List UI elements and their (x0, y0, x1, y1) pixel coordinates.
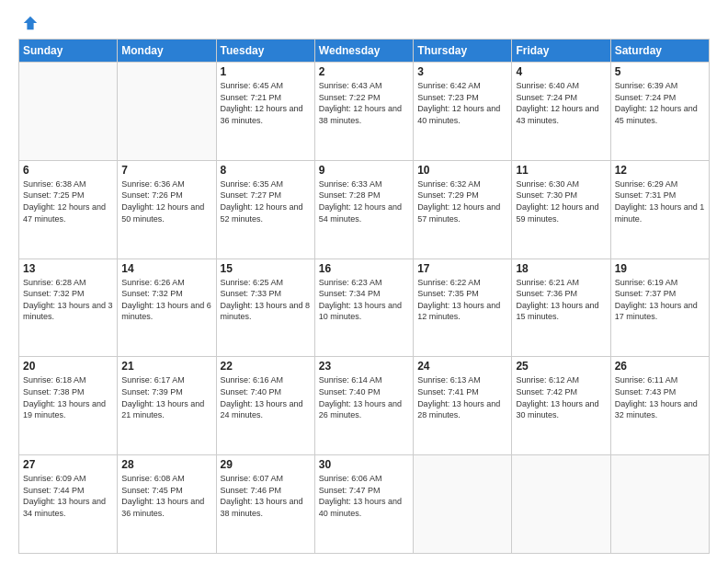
day-number: 4 (516, 65, 606, 78)
day-info: Sunrise: 6:23 AM Sunset: 7:34 PM Dayligh… (319, 277, 409, 323)
day-info: Sunrise: 6:40 AM Sunset: 7:24 PM Dayligh… (516, 80, 606, 126)
day-number: 27 (23, 458, 113, 471)
table-row: 30Sunrise: 6:06 AM Sunset: 7:47 PM Dayli… (314, 455, 413, 554)
calendar-week-row: 27Sunrise: 6:09 AM Sunset: 7:44 PM Dayli… (19, 455, 710, 554)
day-info: Sunrise: 6:11 AM Sunset: 7:43 PM Dayligh… (615, 374, 705, 420)
table-row (19, 63, 118, 161)
table-row: 20Sunrise: 6:18 AM Sunset: 7:38 PM Dayli… (19, 357, 118, 455)
page: Sunday Monday Tuesday Wednesday Thursday… (0, 0, 728, 563)
col-tuesday: Tuesday (216, 40, 314, 63)
table-row: 12Sunrise: 6:29 AM Sunset: 7:31 PM Dayli… (610, 160, 709, 259)
table-row: 23Sunrise: 6:14 AM Sunset: 7:40 PM Dayli… (314, 357, 413, 455)
day-number: 14 (121, 262, 211, 275)
calendar-week-row: 20Sunrise: 6:18 AM Sunset: 7:38 PM Dayli… (19, 357, 710, 455)
day-number: 21 (121, 360, 211, 373)
table-row: 9Sunrise: 6:33 AM Sunset: 7:28 PM Daylig… (314, 160, 413, 259)
day-info: Sunrise: 6:06 AM Sunset: 7:47 PM Dayligh… (319, 473, 409, 519)
day-info: Sunrise: 6:32 AM Sunset: 7:29 PM Dayligh… (417, 178, 507, 224)
day-info: Sunrise: 6:21 AM Sunset: 7:36 PM Dayligh… (516, 277, 606, 323)
table-row: 24Sunrise: 6:13 AM Sunset: 7:41 PM Dayli… (414, 357, 512, 455)
table-row: 3Sunrise: 6:42 AM Sunset: 7:23 PM Daylig… (414, 63, 512, 161)
day-number: 11 (516, 164, 606, 177)
svg-marker-0 (24, 17, 37, 29)
day-number: 5 (615, 65, 705, 78)
table-row: 13Sunrise: 6:28 AM Sunset: 7:32 PM Dayli… (19, 259, 118, 357)
table-row: 27Sunrise: 6:09 AM Sunset: 7:44 PM Dayli… (19, 455, 118, 554)
calendar-table: Sunday Monday Tuesday Wednesday Thursday… (18, 39, 710, 554)
table-row: 28Sunrise: 6:08 AM Sunset: 7:45 PM Dayli… (118, 455, 216, 554)
table-row: 26Sunrise: 6:11 AM Sunset: 7:43 PM Dayli… (610, 357, 709, 455)
table-row: 2Sunrise: 6:43 AM Sunset: 7:22 PM Daylig… (314, 63, 413, 161)
day-number: 10 (417, 164, 507, 177)
day-info: Sunrise: 6:29 AM Sunset: 7:31 PM Dayligh… (615, 178, 705, 224)
table-row: 1Sunrise: 6:45 AM Sunset: 7:21 PM Daylig… (216, 63, 314, 161)
table-row: 7Sunrise: 6:36 AM Sunset: 7:26 PM Daylig… (118, 160, 216, 259)
table-row: 15Sunrise: 6:25 AM Sunset: 7:33 PM Dayli… (216, 259, 314, 357)
col-friday: Friday (512, 40, 610, 63)
table-row: 4Sunrise: 6:40 AM Sunset: 7:24 PM Daylig… (512, 63, 610, 161)
table-row (512, 455, 610, 554)
table-row: 25Sunrise: 6:12 AM Sunset: 7:42 PM Dayli… (512, 357, 610, 455)
day-info: Sunrise: 6:12 AM Sunset: 7:42 PM Dayligh… (516, 374, 606, 420)
day-info: Sunrise: 6:22 AM Sunset: 7:35 PM Dayligh… (417, 277, 507, 323)
table-row: 10Sunrise: 6:32 AM Sunset: 7:29 PM Dayli… (414, 160, 512, 259)
col-monday: Monday (118, 40, 216, 63)
day-number: 29 (221, 458, 311, 471)
day-info: Sunrise: 6:35 AM Sunset: 7:27 PM Dayligh… (221, 178, 311, 224)
logo-icon (22, 15, 39, 31)
table-row: 29Sunrise: 6:07 AM Sunset: 7:46 PM Dayli… (216, 455, 314, 554)
day-info: Sunrise: 6:26 AM Sunset: 7:32 PM Dayligh… (121, 277, 211, 323)
day-info: Sunrise: 6:08 AM Sunset: 7:45 PM Dayligh… (121, 473, 211, 519)
calendar-week-row: 1Sunrise: 6:45 AM Sunset: 7:21 PM Daylig… (19, 63, 710, 161)
day-number: 19 (615, 262, 705, 275)
col-thursday: Thursday (414, 40, 512, 63)
day-number: 30 (319, 458, 409, 471)
table-row: 6Sunrise: 6:38 AM Sunset: 7:25 PM Daylig… (19, 160, 118, 259)
day-number: 2 (319, 65, 409, 78)
day-number: 18 (516, 262, 606, 275)
day-info: Sunrise: 6:17 AM Sunset: 7:39 PM Dayligh… (121, 374, 211, 420)
day-number: 1 (221, 65, 311, 78)
day-number: 6 (23, 164, 113, 177)
day-info: Sunrise: 6:18 AM Sunset: 7:38 PM Dayligh… (23, 374, 113, 420)
day-info: Sunrise: 6:42 AM Sunset: 7:23 PM Dayligh… (417, 80, 507, 126)
day-info: Sunrise: 6:28 AM Sunset: 7:32 PM Dayligh… (23, 277, 113, 323)
table-row: 21Sunrise: 6:17 AM Sunset: 7:39 PM Dayli… (118, 357, 216, 455)
table-row: 17Sunrise: 6:22 AM Sunset: 7:35 PM Dayli… (414, 259, 512, 357)
day-number: 3 (417, 65, 507, 78)
table-row: 16Sunrise: 6:23 AM Sunset: 7:34 PM Dayli… (314, 259, 413, 357)
table-row: 14Sunrise: 6:26 AM Sunset: 7:32 PM Dayli… (118, 259, 216, 357)
table-row: 8Sunrise: 6:35 AM Sunset: 7:27 PM Daylig… (216, 160, 314, 259)
col-saturday: Saturday (610, 40, 709, 63)
day-number: 25 (516, 360, 606, 373)
day-info: Sunrise: 6:39 AM Sunset: 7:24 PM Dayligh… (615, 80, 705, 126)
day-info: Sunrise: 6:25 AM Sunset: 7:33 PM Dayligh… (221, 277, 311, 323)
table-row: 11Sunrise: 6:30 AM Sunset: 7:30 PM Dayli… (512, 160, 610, 259)
day-number: 16 (319, 262, 409, 275)
day-info: Sunrise: 6:33 AM Sunset: 7:28 PM Dayligh… (319, 178, 409, 224)
day-number: 13 (23, 262, 113, 275)
table-row (118, 63, 216, 161)
day-info: Sunrise: 6:07 AM Sunset: 7:46 PM Dayligh… (221, 473, 311, 519)
day-info: Sunrise: 6:38 AM Sunset: 7:25 PM Dayligh… (23, 178, 113, 224)
calendar-week-row: 6Sunrise: 6:38 AM Sunset: 7:25 PM Daylig… (19, 160, 710, 259)
day-number: 9 (319, 164, 409, 177)
day-number: 7 (121, 164, 211, 177)
day-info: Sunrise: 6:45 AM Sunset: 7:21 PM Dayligh… (221, 80, 311, 126)
day-number: 24 (417, 360, 507, 373)
calendar-header-row: Sunday Monday Tuesday Wednesday Thursday… (19, 40, 710, 63)
day-number: 26 (615, 360, 705, 373)
day-number: 28 (121, 458, 211, 471)
day-info: Sunrise: 6:36 AM Sunset: 7:26 PM Dayligh… (121, 178, 211, 224)
day-info: Sunrise: 6:43 AM Sunset: 7:22 PM Dayligh… (319, 80, 409, 126)
table-row (610, 455, 709, 554)
calendar-week-row: 13Sunrise: 6:28 AM Sunset: 7:32 PM Dayli… (19, 259, 710, 357)
day-info: Sunrise: 6:13 AM Sunset: 7:41 PM Dayligh… (417, 374, 507, 420)
table-row (414, 455, 512, 554)
col-sunday: Sunday (19, 40, 118, 63)
day-number: 20 (23, 360, 113, 373)
day-number: 8 (221, 164, 311, 177)
table-row: 19Sunrise: 6:19 AM Sunset: 7:37 PM Dayli… (610, 259, 709, 357)
table-row: 5Sunrise: 6:39 AM Sunset: 7:24 PM Daylig… (610, 63, 709, 161)
header (18, 15, 710, 31)
